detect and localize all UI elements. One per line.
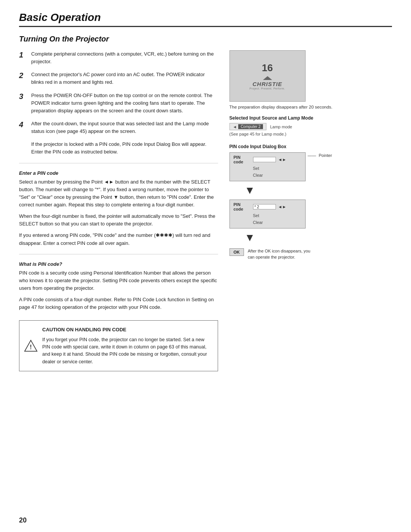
enter-pin-body3: If you entered a wrong PIN code, "PIN co…	[19, 232, 218, 247]
pin-arrows-2: ◄►	[278, 204, 287, 209]
pin-ok-row: OK After the OK icon disappears, you can…	[229, 248, 313, 260]
pointer-label: Pointer	[319, 153, 332, 158]
source-display: ◄ Computer 2	[229, 123, 266, 130]
down-arrow-1: ▼	[245, 185, 255, 196]
set-label-2: Set	[253, 212, 301, 219]
clear-label-2: Clear	[253, 219, 301, 226]
pin-row-1: PIN code ◄►	[234, 155, 301, 164]
warning-icon: !	[24, 339, 38, 353]
down-arrow-2: ▼	[245, 232, 255, 243]
enter-pin-heading: Enter a PIN code	[19, 170, 218, 176]
ok-button[interactable]: OK	[229, 248, 244, 256]
lamp-label: Lamp mode	[270, 125, 292, 129]
lamp-caption: (See page 45 for Lamp mode.)	[229, 132, 392, 136]
step-number-4: 4	[19, 120, 27, 129]
pin-label-1: PIN code	[234, 155, 251, 164]
display-caption: The preparation display disappears after…	[229, 105, 392, 109]
pin-note: If the projector is locked with a PIN co…	[31, 141, 218, 156]
proj-number: 16	[262, 62, 273, 74]
step-text-1: Complete peripheral connections (with a …	[31, 50, 218, 66]
pin-label-2: PIN code	[234, 202, 251, 211]
caution-box: ! CAUTION ON HANDLING PIN CODE If you fo…	[19, 320, 218, 371]
page-title: Basic Operation	[19, 11, 101, 23]
pin-dialog-box-2: PIN code * 2 ◄► Set Clear	[229, 200, 306, 228]
step-number-3: 3	[19, 92, 27, 101]
what-is-pin-heading: What is PIN code?	[19, 261, 218, 267]
step-text-3: Press the POWER ON-OFF button on the top…	[31, 92, 218, 115]
step-1: 1 Complete peripheral connections (with …	[19, 50, 218, 66]
caution-body: If you forget your PIN code, the project…	[42, 336, 212, 366]
step-2: 2 Connect the projector's AC power cord …	[19, 71, 218, 86]
christie-triangle-icon	[263, 76, 272, 80]
input-source-box: ◄ Computer 2 Lamp mode	[229, 123, 392, 130]
what-is-pin-body2: A PIN code consists of a four-digit numb…	[19, 296, 218, 311]
step-text-2: Connect the projector's AC power cord in…	[31, 71, 218, 86]
step-number-1: 1	[19, 50, 27, 59]
step-3: 3 Press the POWER ON-OFF button on the t…	[19, 92, 218, 115]
source-arrow-left: ◄	[233, 125, 237, 129]
pointer-dash: ——	[308, 153, 316, 158]
pin-row-2: PIN code * 2 ◄►	[234, 202, 301, 211]
input-source-label: Selected Input Source and Lamp Mode	[229, 115, 392, 121]
projector-display: 16 CHRISTIE Project. Present. Perform.	[229, 50, 306, 102]
what-is-pin-body1: PIN code is a security code using Person…	[19, 269, 218, 292]
source-tab: Computer 2	[238, 124, 263, 129]
right-column: 16 CHRISTIE Project. Present. Perform. T…	[229, 50, 392, 371]
pin-set-1: Set Clear	[253, 165, 301, 179]
step-4: 4 After the count-down, the input source…	[19, 120, 218, 135]
set-label-1: Set	[253, 165, 301, 172]
step-text-4: After the count-down, the input source t…	[31, 120, 218, 135]
main-content: 1 Complete peripheral connections (with …	[19, 50, 392, 371]
divider-1	[19, 163, 218, 163]
section-title: Turning On the Projector	[19, 35, 392, 43]
clear-label-1: Clear	[253, 172, 301, 179]
pin-arrows-1: ◄►	[278, 157, 287, 162]
christie-tagline: Project. Present. Perform.	[250, 87, 285, 90]
christie-logo: CHRISTIE Project. Present. Perform.	[250, 76, 285, 90]
enter-pin-body2: When the four-digit number is fixed, the…	[19, 212, 218, 228]
pin-dialog-1-row: PIN code ◄► Set Clear —— Pointer	[229, 152, 332, 181]
christie-brand: CHRISTIE	[252, 81, 282, 87]
pin-dialog-heading: PIN code Input Dialog Box	[229, 144, 392, 149]
left-column: 1 Complete peripheral connections (with …	[19, 50, 218, 371]
pin-input-1	[253, 157, 276, 162]
divider-2	[19, 254, 218, 254]
pin-input-value-2: * 2	[255, 205, 259, 209]
pointer-label-row: —— Pointer	[308, 153, 332, 158]
svg-text:!: !	[30, 343, 32, 350]
pin-set-2: Set Clear	[253, 212, 301, 226]
pin-input-2: * 2	[253, 204, 276, 209]
page-header: Basic Operation	[19, 11, 392, 27]
page-container: Basic Operation Turning On the Projector…	[0, 0, 411, 387]
caution-title: CAUTION ON HANDLING PIN CODE	[42, 326, 212, 334]
pin-dialog-box-1: PIN code ◄► Set Clear	[229, 152, 306, 181]
ok-caption: After the OK icon disappears, you can op…	[248, 248, 312, 260]
page-number: 20	[19, 516, 27, 524]
enter-pin-body1: Select a number by pressing the Point ◄►…	[19, 178, 218, 209]
step-number-2: 2	[19, 71, 27, 80]
pin-dialog-container: PIN code ◄► Set Clear —— Pointer	[229, 152, 392, 260]
